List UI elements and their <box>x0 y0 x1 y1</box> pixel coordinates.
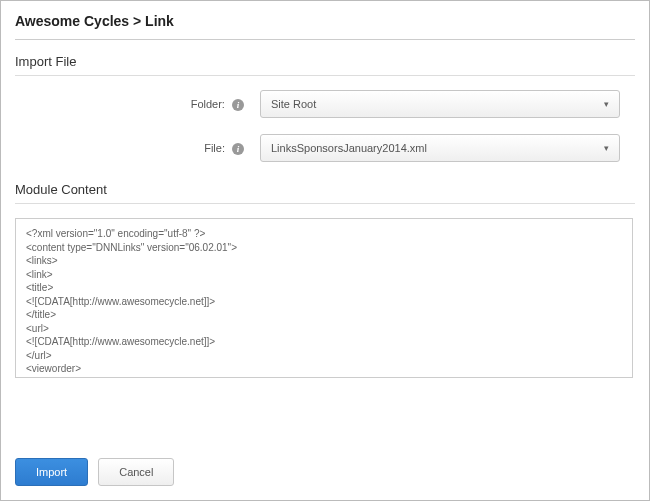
file-label: File: i <box>15 142 260 155</box>
import-button[interactable]: Import <box>15 458 88 486</box>
section-underline <box>15 203 635 204</box>
file-label-text: File: <box>204 142 225 154</box>
section-title-import: Import File <box>15 54 635 69</box>
folder-label-text: Folder: <box>191 98 225 110</box>
folder-label: Folder: i <box>15 98 260 111</box>
button-row: Import Cancel <box>15 458 174 486</box>
folder-row: Folder: i Site Root ▾ <box>15 90 635 118</box>
file-select[interactable]: LinksSponsorsJanuary2014.xml ▾ <box>260 134 620 162</box>
folder-select[interactable]: Site Root ▾ <box>260 90 620 118</box>
folder-select-value: Site Root <box>271 98 316 110</box>
divider <box>15 39 635 40</box>
info-icon[interactable]: i <box>232 143 244 155</box>
module-content-textarea[interactable]: <?xml version="1.0" encoding="utf-8" ?> … <box>15 218 633 378</box>
section-title-module: Module Content <box>15 182 635 197</box>
dialog-frame: Awesome Cycles > Link Import File Folder… <box>0 0 650 501</box>
chevron-down-icon: ▾ <box>604 143 609 153</box>
breadcrumb: Awesome Cycles > Link <box>15 13 635 39</box>
section-underline <box>15 75 635 76</box>
chevron-down-icon: ▾ <box>604 99 609 109</box>
file-select-value: LinksSponsorsJanuary2014.xml <box>271 142 427 154</box>
cancel-button[interactable]: Cancel <box>98 458 174 486</box>
info-icon[interactable]: i <box>232 99 244 111</box>
file-row: File: i LinksSponsorsJanuary2014.xml ▾ <box>15 134 635 162</box>
